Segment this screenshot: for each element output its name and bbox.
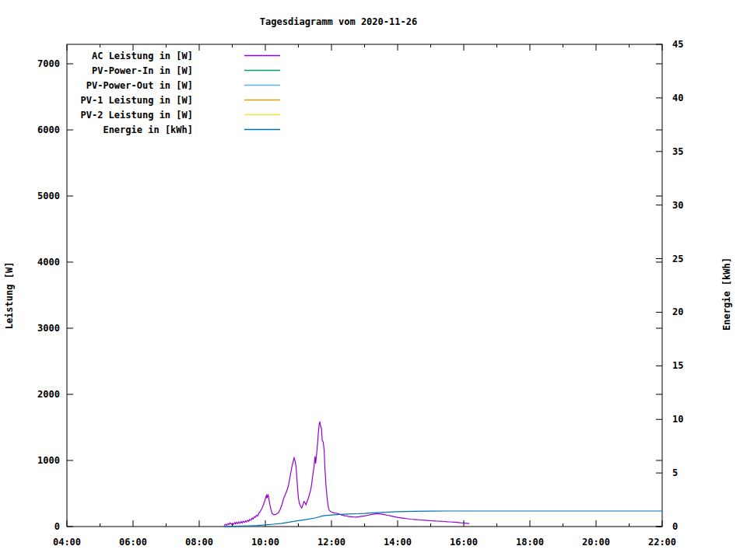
y-tick-label: 4000 (37, 257, 60, 268)
y-tick-label: 3000 (37, 323, 60, 334)
chart-legend: AC Leistung in [W]PV-Power-In in [W]PV-P… (81, 51, 281, 135)
x-tick-label: 12:00 (317, 537, 345, 548)
y-tick-label: 0 (54, 521, 60, 532)
y2-tick-label: 25 (672, 254, 683, 264)
series-line-y2 (224, 511, 662, 527)
legend-label: PV-1 Leistung in [W] (81, 95, 194, 106)
y2-axis-label: Energie [kWh] (721, 257, 732, 331)
y2-tick-label: 30 (672, 200, 683, 211)
chart-page: Tagesdiagramm vom 2020-11-26 Leistung [W… (0, 0, 747, 560)
legend-label: PV-Power-Out in [W] (86, 80, 193, 91)
x-tick-label: 18:00 (516, 537, 544, 548)
y-tick-label: 2000 (37, 389, 60, 400)
y-tick-label: 7000 (37, 58, 60, 69)
legend-label: Energie in [kWh] (103, 124, 193, 135)
x-tick-label: 10:00 (251, 537, 279, 548)
series-line-y1 (224, 422, 469, 526)
x-tick-label: 04:00 (53, 537, 81, 548)
legend-item: PV-1 Leistung in [W] (81, 95, 281, 106)
legend-label: PV-2 Leistung in [W] (81, 110, 194, 121)
chart-title: Tagesdiagramm vom 2020-11-26 (260, 16, 417, 27)
y-tick-label: 5000 (37, 191, 60, 201)
chart-canvas: Tagesdiagramm vom 2020-11-26 Leistung [W… (0, 0, 747, 560)
y2-tick-label: 40 (672, 93, 683, 103)
y-tick-label: 1000 (37, 455, 60, 466)
x-tick-label: 08:00 (185, 537, 213, 548)
legend-item: PV-Power-In in [W] (92, 65, 280, 76)
y2-tick-label: 20 (672, 306, 683, 317)
x-tick-label: 06:00 (119, 537, 147, 548)
legend-label: PV-Power-In in [W] (92, 65, 193, 76)
legend-item: Energie in [kWh] (103, 124, 280, 135)
y2-tick-label: 35 (672, 146, 683, 157)
legend-item: PV-2 Leistung in [W] (81, 110, 281, 121)
y2-tick-label: 45 (672, 39, 683, 50)
y2-tick-label: 0 (672, 521, 678, 532)
x-tick-label: 16:00 (450, 537, 478, 548)
legend-item: PV-Power-Out in [W] (86, 80, 280, 91)
y2-tick-label: 15 (672, 360, 683, 371)
x-tick-label: 14:00 (384, 537, 412, 548)
legend-label: AC Leistung in [W] (92, 51, 193, 61)
legend-item: AC Leistung in [W] (92, 51, 280, 61)
x-tick-label: 22:00 (648, 537, 676, 548)
y-tick-label: 6000 (37, 124, 60, 135)
y2-tick-label: 10 (672, 414, 683, 425)
y-axis-label: Leistung [W] (4, 262, 15, 330)
x-tick-label: 20:00 (582, 537, 610, 548)
y2-tick-label: 5 (672, 467, 678, 478)
